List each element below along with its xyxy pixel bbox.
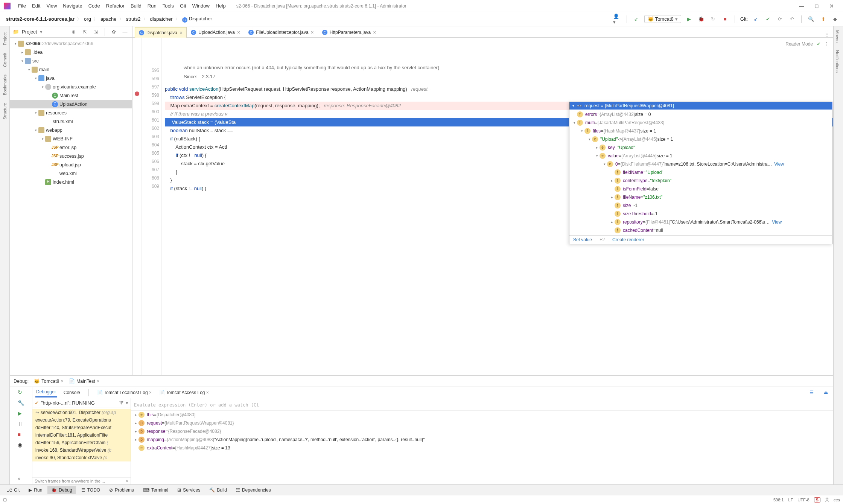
variables-panel[interactable]: Evaluate expression (Enter) or add a wat… <box>131 398 833 484</box>
editor-tab[interactable]: CDispatcher.java× <box>135 27 187 38</box>
tool-tab-dependencies[interactable]: ☷Dependencies <box>232 486 275 494</box>
variable-row[interactable]: eextraContext = {HashMap@4427} size = 13 <box>131 444 833 452</box>
menu-refactor[interactable]: Refactor <box>103 2 128 10</box>
vcs-update-icon[interactable]: ↙ <box>632 15 641 23</box>
settings-icon[interactable]: ✿ <box>110 28 118 36</box>
ime-indicator[interactable]: S <box>814 497 820 502</box>
collapse-icon[interactable]: ⇲ <box>92 28 100 36</box>
tree-node[interactable]: JSPsuccess.jsp <box>10 152 132 160</box>
set-value-link[interactable]: Set value <box>573 237 592 242</box>
variable-row[interactable]: fcachedContent = null <box>569 226 832 234</box>
tree-node[interactable]: ▾s2-066 D:\dev\workspace\s2-066 <box>10 39 132 48</box>
menu-window[interactable]: Window <box>189 2 213 10</box>
variable-row[interactable]: ffieldName = "Upload" <box>569 168 832 177</box>
menu-code[interactable]: Code <box>85 2 103 10</box>
tree-node[interactable]: ▸.idea <box>10 48 132 56</box>
resume-icon[interactable]: ▶ <box>18 410 24 417</box>
tab-console[interactable]: Console <box>63 388 81 397</box>
variable-row[interactable]: ▸ethis = {Dispatcher@4080} <box>131 411 833 419</box>
variable-row[interactable]: fisFormField = false <box>569 185 832 193</box>
variable-row[interactable]: fsize = -1 <box>569 201 832 210</box>
menu-file[interactable]: File <box>15 2 29 10</box>
menu-tools[interactable]: Tools <box>160 2 177 10</box>
stop-button[interactable]: ■ <box>721 15 729 23</box>
tool-tab-run[interactable]: ▶Run <box>25 486 46 494</box>
hide-icon[interactable]: — <box>121 28 129 36</box>
tree-node[interactable]: JSPerror.jsp <box>10 143 132 152</box>
tool-structure[interactable]: Structure <box>2 99 8 123</box>
debug-button[interactable]: 🐞 <box>697 15 705 23</box>
project-tree[interactable]: ▾s2-066 D:\dev\workspace\s2-066▸.idea▾sr… <box>10 38 132 375</box>
git-history-icon[interactable]: ⟳ <box>776 15 784 23</box>
breadcrumb-item[interactable]: org <box>82 15 93 23</box>
tool-commit[interactable]: Commit <box>2 49 8 71</box>
run-button[interactable]: ▶ <box>685 15 693 23</box>
editor-tab[interactable]: CHttpParameters.java× <box>318 27 380 37</box>
evaluate-input[interactable]: Evaluate expression (Enter) or add a wat… <box>131 400 833 411</box>
stop-icon[interactable]: ■ <box>18 431 24 438</box>
tree-node[interactable]: ▾resources <box>10 108 132 117</box>
tool-tab-git[interactable]: ⎇Git <box>3 486 23 494</box>
line-sep[interactable]: LF <box>788 498 793 502</box>
tool-tab-todo[interactable]: ☰TODO <box>78 486 104 494</box>
menu-build[interactable]: Build <box>128 2 145 10</box>
variable-row[interactable]: ▾ffiles = {HashMap@4437} size = 1 <box>569 127 832 135</box>
breadcrumb-item[interactable]: struts2-core-6.1.1-sources.jar <box>4 15 77 23</box>
tabs-more-icon[interactable]: ⋮ <box>821 32 833 37</box>
config-icon[interactable]: 🔧 <box>18 400 24 407</box>
tree-node[interactable]: CMainTest <box>10 91 132 100</box>
tab-debugger[interactable]: Debugger <box>35 387 57 397</box>
breakpoints-icon[interactable]: ◉ <box>18 442 24 449</box>
variable-row[interactable]: ▸fcontentType = "text/plain" <box>569 177 832 185</box>
variable-row[interactable]: ▸ffileName = "z106.txt" <box>569 193 832 201</box>
reader-mode-check-icon[interactable]: ✔ <box>817 40 820 48</box>
menu-view[interactable]: View <box>43 2 60 10</box>
expand-icon[interactable]: ⇱ <box>81 28 89 36</box>
editor-more-icon[interactable]: ⋮ <box>824 40 829 48</box>
variable-row[interactable]: ferrors = {ArrayList@4432} size = 0 <box>569 110 832 119</box>
tool-tab-debug[interactable]: 🐞Debug <box>47 486 76 494</box>
ide-update-icon[interactable]: ⬆ <box>819 15 827 23</box>
locate-icon[interactable]: ⊕ <box>69 28 78 36</box>
run-config-selector[interactable]: 🐱Tomcat8▾ <box>644 15 681 23</box>
variable-row[interactable]: ▸presponse = {ResponseFacade@4082} <box>131 427 833 435</box>
create-renderer-link[interactable]: Create renderer <box>612 237 644 242</box>
breadcrumb-item[interactable]: CDispatcher <box>180 15 215 23</box>
variable-row[interactable]: ▾e0 = {DiskFileItem@4447} "name=z106.txt… <box>569 160 832 168</box>
tool-notifications[interactable]: Notifications <box>834 46 841 76</box>
menu-git[interactable]: Git <box>177 2 189 10</box>
coverage-button[interactable]: ↻ <box>709 15 717 23</box>
tree-node[interactable]: ▾org.vicarius.example <box>10 82 132 91</box>
thread-selector[interactable]: "http-nio-...n": RUNNING <box>41 400 117 406</box>
pause-icon[interactable]: ⏸ <box>18 421 24 428</box>
tool-tab-services[interactable]: ⊞Services <box>173 486 204 494</box>
breakpoint-icon[interactable] <box>135 91 139 96</box>
git-commit-icon[interactable]: ✔ <box>764 15 772 23</box>
menu-edit[interactable]: Edit <box>29 2 43 10</box>
tool-tab-build[interactable]: 🔨Build <box>205 486 231 494</box>
tool-maven[interactable]: Maven <box>834 26 841 46</box>
tab-localhost-log[interactable]: 📄 Tomcat Localhost Log × <box>96 388 152 397</box>
tool-bookmarks[interactable]: Bookmarks <box>2 71 8 99</box>
tree-node[interactable]: Hindex.html <box>10 178 132 186</box>
tree-node[interactable]: web.xml <box>10 169 132 178</box>
breadcrumb-item[interactable]: apache <box>98 15 119 23</box>
variable-row[interactable]: ▸prequest = {MultiPartRequestWrapper@408… <box>131 419 833 427</box>
stack-frame[interactable]: doFilter:156, ApplicationFilterChain ( <box>32 439 131 446</box>
close-tab-icon[interactable]: × <box>237 29 240 35</box>
input-lang[interactable]: 英 <box>825 497 829 502</box>
stack-frame[interactable]: internalDoFilter:181, ApplicationFilte <box>32 431 131 439</box>
tool-tab-problems[interactable]: ⊘Problems <box>105 486 138 494</box>
variable-row[interactable]: ▾fmulti = {JakartaMultiPartRequest@4433} <box>569 119 832 127</box>
tree-node[interactable]: struts.xml <box>10 117 132 126</box>
close-tab-icon[interactable]: × <box>373 29 376 35</box>
close-tab-icon[interactable]: × <box>311 29 314 35</box>
rerun-icon[interactable]: ↻ <box>18 389 24 396</box>
jetbrains-icon[interactable]: ◆ <box>831 15 839 23</box>
variable-row[interactable]: ▸pmapping = {ActionMapping@4083} "Action… <box>131 435 833 444</box>
view-link[interactable]: View <box>772 218 782 226</box>
stack-frame[interactable]: invoke:168, StandardWrapperValve (c <box>32 446 131 454</box>
stack-frame[interactable]: invoke:90, StandardContextValve (o <box>32 454 131 461</box>
close-button[interactable]: ✕ <box>824 3 839 9</box>
variable-row[interactable]: ▸ekey = "Upload" <box>569 143 832 152</box>
